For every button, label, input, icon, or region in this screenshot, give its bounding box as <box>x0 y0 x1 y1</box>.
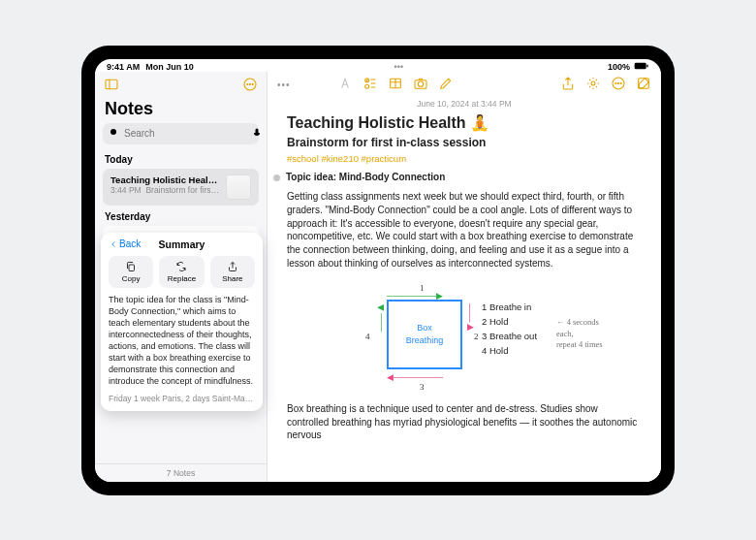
svg-point-13 <box>365 84 369 88</box>
box-breathing-drawing: 1 ────────▶ Box Breathing ───▶ 2 ◀──────… <box>319 278 610 395</box>
section-today-header: Today <box>95 150 267 167</box>
popover-title: Summary <box>159 238 205 250</box>
note-thumb <box>226 175 251 200</box>
note-item-sub: 3:44 PM Brainstorm for first in-clo… <box>110 185 220 195</box>
search-field[interactable] <box>103 123 259 144</box>
section-yesterday-header: Yesterday <box>95 207 267 224</box>
topic-heading: Topic idea: Mind-Body Connection <box>286 171 445 184</box>
svg-point-6 <box>249 83 250 84</box>
battery-icon <box>634 62 649 72</box>
svg-line-9 <box>116 134 119 137</box>
sidebar: Notes Today Teaching Holistic Health 🧘 3… <box>95 72 268 482</box>
note-subtitle: Brainstorm for first in-class session <box>287 135 642 151</box>
paragraph-1: Getting class assignments next week but … <box>287 190 642 270</box>
svg-rect-0 <box>635 62 646 69</box>
svg-point-18 <box>418 81 423 86</box>
paragraph-2: Box breathing is a technique used to cen… <box>287 402 642 442</box>
note-item-teaching-holistic[interactable]: Teaching Holistic Health 🧘 3:44 PM Brain… <box>103 169 259 206</box>
svg-point-7 <box>252 83 253 84</box>
notes-count: 7 Notes <box>95 463 267 482</box>
svg-point-19 <box>591 81 595 85</box>
compose-icon[interactable] <box>636 76 651 95</box>
title-emoji-icon: 🧘 <box>470 112 489 134</box>
search-icon <box>109 125 120 143</box>
screen: 9:41 AM Mon Jun 10 ••• 100% Notes Today … <box>95 59 661 482</box>
bullet-icon <box>273 175 280 181</box>
note-item-title: Teaching Holistic Health 🧘 <box>110 175 220 185</box>
sidebar-title: Notes <box>95 97 267 123</box>
note-pane: ••• June 10, 2024 at 3:44 PM Teaching Ho… <box>268 72 661 482</box>
text-style-icon[interactable] <box>337 76 353 95</box>
status-time: 9:41 AM <box>107 62 140 72</box>
breathing-note: ← 4 seconds each, repeat 4 times <box>556 317 610 351</box>
svg-point-23 <box>620 82 621 83</box>
markup-icon[interactable] <box>438 76 454 95</box>
replace-button[interactable]: Replace <box>159 256 204 288</box>
note-tags[interactable]: #school #kine210 #practicum <box>287 152 642 165</box>
copy-button[interactable]: Copy <box>109 256 153 288</box>
svg-rect-2 <box>106 79 117 88</box>
note-body[interactable]: Teaching Holistic Health🧘 Brainstorm for… <box>268 112 661 482</box>
search-input[interactable] <box>124 128 247 139</box>
ipad-device: 9:41 AM Mon Jun 10 ••• 100% Notes Today … <box>81 46 675 495</box>
drag-handle-icon[interactable]: ••• <box>277 79 291 90</box>
svg-rect-11 <box>129 265 135 271</box>
svg-point-5 <box>247 83 248 84</box>
box-label: Box Breathing <box>387 300 462 369</box>
breathing-steps: 1 Breathe in 2 Hold 3 Breathe out 4 Hold <box>482 300 537 359</box>
note-date: June 10, 2024 at 3:44 PM <box>268 99 661 112</box>
more-icon[interactable] <box>611 76 626 95</box>
sidebar-toggle-icon[interactable] <box>103 76 120 93</box>
svg-rect-1 <box>646 64 647 67</box>
share-icon[interactable] <box>560 76 576 95</box>
link-icon[interactable] <box>585 76 601 95</box>
share-button[interactable]: Share <box>210 256 255 288</box>
summary-popover: Back Summary Copy Replace Share The topi… <box>101 233 263 411</box>
note-toolbar: ••• <box>268 72 661 99</box>
table-icon[interactable] <box>388 76 403 95</box>
status-date: Mon Jun 10 <box>145 62 194 72</box>
battery-text: 100% <box>608 62 630 72</box>
checklist-icon[interactable] <box>362 76 378 95</box>
more-icon[interactable] <box>241 76 259 93</box>
note-title: Teaching Holistic Health <box>287 112 466 134</box>
mic-icon[interactable] <box>251 125 263 143</box>
svg-point-8 <box>110 129 116 135</box>
status-bar: 9:41 AM Mon Jun 10 ••• 100% <box>95 59 661 72</box>
camera-icon[interactable] <box>413 76 428 95</box>
svg-point-22 <box>617 82 618 83</box>
popover-footer: Friday 1 week Paris, 2 days Saint-Malo, … <box>109 394 255 403</box>
back-button[interactable]: Back <box>109 238 141 249</box>
summary-text: The topic idea for the class is "Mind-Bo… <box>109 294 255 388</box>
svg-point-21 <box>615 82 616 83</box>
